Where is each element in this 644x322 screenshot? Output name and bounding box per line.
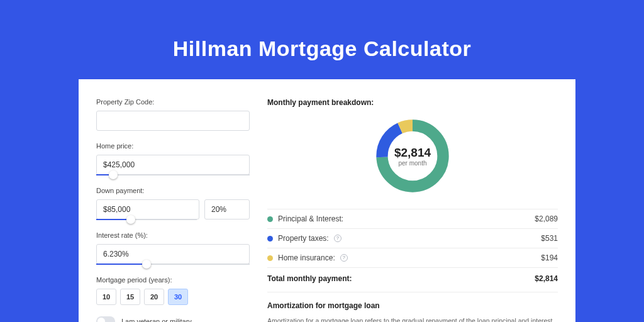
field-down-payment: Down payment:	[96, 187, 250, 220]
breakdown-heading: Monthly payment breakdown:	[267, 98, 558, 107]
period-option-30[interactable]: 30	[168, 289, 188, 305]
breakdown-column: Monthly payment breakdown: $2,814 per mo…	[267, 98, 558, 322]
interest-rate-label: Interest rate (%):	[96, 231, 250, 239]
legend-value-ins: $194	[541, 253, 558, 262]
legend-value-tax: $531	[541, 234, 558, 243]
info-icon[interactable]: ?	[334, 235, 341, 242]
home-price-slider-thumb[interactable]	[109, 170, 118, 179]
interest-rate-slider-thumb[interactable]	[142, 260, 151, 269]
donut-chart: $2,814 per month	[267, 116, 558, 196]
legend-row-pi: Principal & Interest: $2,089	[267, 209, 558, 228]
veteran-toggle[interactable]	[96, 316, 115, 322]
mortgage-period-options: 10 15 20 30	[96, 289, 250, 305]
interest-rate-slider[interactable]	[96, 264, 250, 265]
legend-label-tax: Property taxes:	[278, 234, 329, 243]
page-title: Hillman Mortgage Calculator	[0, 0, 644, 61]
total-label: Total monthly payment:	[267, 274, 352, 283]
period-option-10[interactable]: 10	[96, 289, 116, 305]
calculator-panel: Property Zip Code: Home price: Down paym…	[79, 79, 575, 322]
legend-dot-tax	[267, 236, 273, 242]
amortization-heading: Amortization for mortgage loan	[267, 292, 558, 310]
total-row: Total monthly payment: $2,814	[267, 267, 558, 292]
period-option-15[interactable]: 15	[120, 289, 140, 305]
legend-row-ins: Home insurance: ? $194	[267, 248, 558, 267]
down-payment-slider-fill	[96, 219, 126, 220]
mortgage-period-label: Mortgage period (years):	[96, 276, 250, 284]
home-price-slider-fill	[96, 174, 109, 175]
zip-label: Property Zip Code:	[96, 98, 250, 106]
total-value: $2,814	[535, 274, 558, 283]
home-price-slider[interactable]	[96, 174, 250, 175]
interest-rate-input[interactable]	[96, 244, 250, 264]
down-payment-slider[interactable]	[96, 219, 197, 220]
legend-label-pi: Principal & Interest:	[278, 214, 343, 223]
down-payment-label: Down payment:	[96, 187, 250, 194]
form-column: Property Zip Code: Home price: Down paym…	[96, 98, 250, 322]
info-icon[interactable]: ?	[340, 254, 348, 262]
down-payment-input[interactable]	[96, 199, 199, 219]
legend-value-pi: $2,089	[535, 214, 558, 223]
field-mortgage-period: Mortgage period (years): 10 15 20 30	[96, 276, 250, 305]
interest-rate-slider-fill	[96, 264, 142, 265]
down-payment-slider-thumb[interactable]	[126, 215, 135, 224]
field-veteran: I am veteran or military	[96, 316, 250, 322]
legend-dot-ins	[267, 255, 273, 261]
down-payment-pct-input[interactable]	[204, 199, 250, 219]
field-home-price: Home price:	[96, 142, 250, 175]
zip-input[interactable]	[96, 111, 250, 131]
amortization-body: Amortization for a mortgage loan refers …	[267, 316, 558, 322]
home-price-label: Home price:	[96, 142, 250, 150]
home-price-input[interactable]	[96, 155, 250, 175]
period-option-20[interactable]: 20	[144, 289, 164, 305]
legend-dot-pi	[267, 216, 273, 222]
field-zip: Property Zip Code:	[96, 98, 250, 131]
legend-row-tax: Property taxes: ? $531	[267, 228, 558, 248]
field-interest-rate: Interest rate (%):	[96, 231, 250, 265]
legend-label-ins: Home insurance:	[278, 253, 335, 262]
veteran-label: I am veteran or military	[121, 318, 192, 322]
donut-svg	[372, 116, 453, 196]
